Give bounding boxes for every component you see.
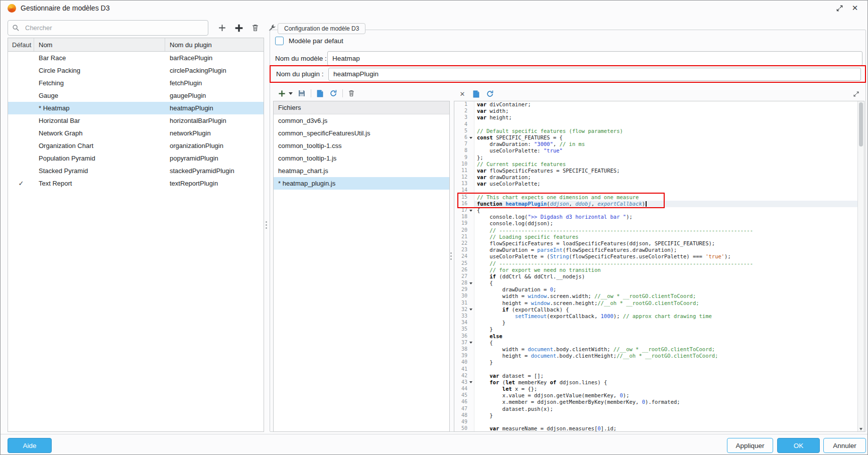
line-number: 45 [454, 392, 467, 399]
save-file-button[interactable] [315, 87, 324, 100]
line-number: 2 [454, 108, 467, 114]
fold-marker-icon[interactable] [469, 137, 472, 139]
table-row[interactable]: Network GraphnetworkPlugin [8, 127, 264, 139]
code-line: 46 x.member = ddjson.getMemberByKey(memb… [454, 399, 857, 405]
line-number: 34 [454, 320, 467, 326]
ok-button[interactable]: OK [777, 438, 820, 453]
code-area[interactable]: 1var divContainer;2var width;3var height… [454, 101, 857, 431]
help-button[interactable]: Aide [8, 438, 52, 453]
line-number: 48 [454, 412, 467, 419]
code-line: 28 { [454, 280, 857, 286]
line-number: 5 [454, 128, 467, 134]
code-text: height = document.body.clientHeight;//__… [474, 353, 857, 359]
table-row[interactable]: ✓Text ReporttextReportPlugin [8, 177, 264, 190]
code-line: 41 [454, 366, 857, 373]
code-text: else [474, 333, 857, 340]
gutter: 4 [454, 121, 474, 128]
table-row[interactable]: Stacked PyramidstackedPyramidPlugin [8, 165, 264, 177]
search-input[interactable] [8, 20, 208, 36]
add-file-dropdown-icon[interactable] [289, 92, 293, 95]
column-header-default[interactable]: Défaut [8, 38, 34, 51]
delete-file-button[interactable] [347, 87, 356, 100]
gutter: 10 [454, 161, 474, 168]
splitter-handle-left[interactable] [266, 221, 267, 229]
code-line: 45 x.value = ddjson.getValue(memberKey, … [454, 392, 857, 399]
code-line: 8 useColorPalette: "true" [454, 147, 857, 154]
add-model-button[interactable] [216, 22, 228, 34]
file-item[interactable]: common_tooltip-1.js [274, 152, 449, 165]
cancel-button[interactable]: Annuler [823, 438, 866, 453]
gutter: 25 [454, 260, 474, 267]
search-icon [12, 24, 20, 34]
close-editor-button[interactable]: ✕ [458, 88, 466, 100]
code-text: } [474, 320, 857, 326]
model-toolbar [216, 22, 278, 34]
table-row[interactable]: Population PyramidpopyramidPlugin [8, 152, 264, 165]
fold-marker-icon[interactable] [469, 342, 472, 344]
code-line: 12var drawDuration; [454, 174, 857, 181]
toolbar-separator [342, 89, 343, 97]
table-row[interactable]: FetchingfetchPlugin [8, 77, 264, 89]
file-item[interactable]: common_d3v6.js [274, 114, 449, 127]
plugin-name-input[interactable] [328, 68, 861, 81]
scroll-down-arrow-icon[interactable] [859, 428, 862, 430]
editor-scrollbar[interactable] [857, 101, 864, 431]
clone-model-button[interactable] [232, 22, 245, 34]
code-text: console.log(">> Digdash d3 horizontal ba… [474, 214, 857, 220]
fold-marker-icon[interactable] [469, 381, 472, 383]
file-item[interactable]: heatmap_chart.js [274, 165, 449, 177]
file-item[interactable]: common_specificFeaturesUtil.js [274, 127, 449, 139]
line-number: 14 [454, 187, 467, 194]
code-text: drawDuration = 0; [474, 286, 857, 293]
model-name-label: Nom du modèle : [275, 55, 327, 62]
code-editor[interactable]: 1var divContainer;2var width;3var height… [454, 101, 864, 432]
model-name-input[interactable] [327, 51, 862, 66]
reload-code-button[interactable] [485, 88, 494, 100]
gutter: 42 [454, 373, 474, 379]
open-file-button[interactable] [297, 87, 307, 100]
code-text: width = document.body.clientWidth; //__o… [474, 346, 857, 353]
column-header-plugin[interactable]: Nom du plugin [165, 38, 264, 51]
code-line: 42 var dataset = []; [454, 373, 857, 379]
delete-model-button[interactable] [249, 22, 262, 34]
default-model-checkbox[interactable] [275, 37, 284, 45]
code-text: { [474, 280, 857, 286]
apply-button[interactable]: Appliquer [727, 438, 773, 453]
code-text: if (ddCtrl && ddCtrl.__nodejs) [474, 273, 857, 280]
line-number: 6 [454, 134, 467, 141]
code-text: x.member = ddjson.getMemberByKey(memberK… [474, 399, 857, 405]
file-item[interactable]: common_tooltip-1.css [274, 139, 449, 152]
maximize-icon [836, 5, 843, 12]
plugin-name-cell: gaugePlugin [165, 92, 264, 99]
editor-toolbar: ✕ [454, 87, 864, 101]
fold-marker-icon[interactable] [469, 309, 472, 311]
model-table-body: Bar RacebarRacePluginCircle Packingcircl… [8, 52, 264, 190]
table-row[interactable]: Horizontal BarhorizontalBarPlugin [8, 114, 264, 127]
reload-file-button[interactable] [328, 87, 338, 100]
fold-marker-icon[interactable] [469, 282, 472, 284]
file-item[interactable]: * heatmap_plugin.js [274, 177, 449, 190]
code-text: // This chart expects one dimension and … [474, 194, 857, 201]
column-header-name[interactable]: Nom [34, 38, 165, 51]
code-text: drawDuration: "3000", // in ms [474, 141, 857, 147]
table-row[interactable]: GaugegaugePlugin [8, 89, 264, 102]
table-row[interactable]: * HeatmapheatmapPlugin [8, 102, 264, 114]
model-table-header: Défaut Nom Nom du plugin [8, 38, 264, 52]
save-code-button[interactable] [472, 88, 480, 100]
refresh-icon [486, 90, 494, 98]
table-row[interactable]: Circle PackingcirclePackingPlugin [8, 64, 264, 77]
code-text: x.value = ddjson.getValue(memberKey, 0); [474, 392, 857, 399]
table-row[interactable]: Organization ChartorganizationPlugin [8, 139, 264, 152]
dialog-window: Gestionnaire de modèles D3 ✕ [0, 0, 868, 455]
expand-editor-button[interactable] [852, 88, 860, 100]
line-number: 16 [454, 201, 467, 207]
code-line: 20 // ----------------------------------… [454, 227, 857, 234]
close-button[interactable]: ✕ [849, 3, 860, 14]
scrollbar-thumb[interactable] [859, 102, 863, 146]
maximize-button[interactable] [834, 3, 845, 14]
add-file-button[interactable] [277, 87, 286, 100]
code-line: 24 useColorPalette = (String(flowSpecifi… [454, 253, 857, 260]
line-number: 30 [454, 293, 467, 299]
fold-marker-icon[interactable] [469, 210, 472, 212]
table-row[interactable]: Bar RacebarRacePlugin [8, 52, 264, 64]
